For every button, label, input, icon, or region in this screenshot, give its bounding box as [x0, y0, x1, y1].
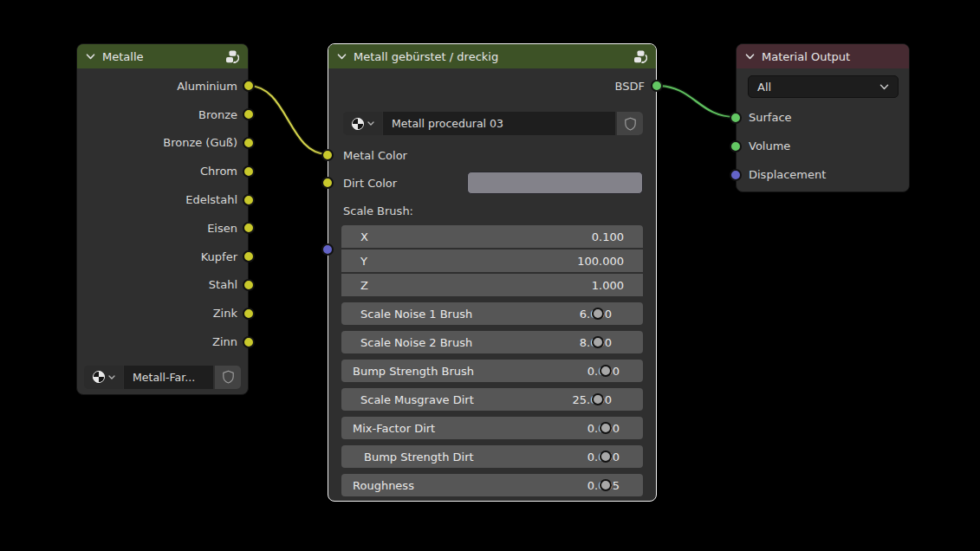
axis-label: Y	[360, 255, 367, 268]
input-label: Displacement	[749, 168, 826, 181]
socket-input-scale-noise-1-brush[interactable]	[592, 308, 604, 320]
socket-output-edelstahl[interactable]	[243, 194, 255, 206]
slider-label: Scale Noise 2 Brush	[360, 336, 472, 349]
socket-input-scale-noise-2-brush[interactable]	[592, 336, 604, 348]
axis-label: Z	[360, 279, 368, 292]
collapse-chevron-icon[interactable]	[86, 54, 95, 60]
material-selector: Metall-Far...	[84, 366, 241, 389]
scale-brush-vector-field: X 0.100 Y 100.000 Z 1.000	[341, 225, 643, 296]
output-row-bsdf: BSDF	[328, 74, 656, 98]
output-row-chrom: Chrom	[77, 157, 248, 185]
collapse-chevron-icon[interactable]	[337, 54, 347, 60]
socket-input-scale-musgrave-dirt[interactable]	[592, 393, 604, 405]
fake-user-toggle[interactable]	[215, 366, 241, 389]
vector-field-y[interactable]: Y 100.000	[341, 250, 643, 272]
output-row-kupfer: Kupfer	[77, 243, 248, 271]
socket-input-bump-strength-dirt[interactable]	[600, 451, 612, 463]
material-sphere-icon	[351, 117, 365, 131]
socket-output-eisen[interactable]	[243, 222, 255, 234]
slider-label: Scale Musgrave Dirt	[360, 393, 474, 406]
output-label: Aluminium	[177, 80, 237, 93]
slider-scale-noise-1-brush[interactable]: Scale Noise 1 Brush 6.000	[341, 302, 643, 325]
slider-label: Bump Strength Dirt	[364, 451, 474, 463]
socket-output-kupfer[interactable]	[243, 250, 255, 263]
input-label: Metal Color	[343, 149, 407, 162]
input-row-surface: Surface	[737, 103, 909, 132]
material-name-field[interactable]: Metall procedural 03	[383, 112, 615, 135]
output-label: Bronze	[198, 108, 237, 121]
output-row-edelstahl: Edelstahl	[77, 185, 248, 214]
output-row-bronze-guss: Bronze (Guß)	[77, 129, 248, 158]
socket-input-roughness[interactable]	[600, 479, 612, 491]
scale-brush-heading: Scale Brush:	[328, 202, 656, 219]
material-browse-button[interactable]	[343, 112, 382, 135]
socket-input-scale-brush[interactable]	[321, 243, 334, 256]
fake-user-toggle[interactable]	[617, 112, 643, 135]
socket-output-chrom[interactable]	[243, 165, 255, 178]
axis-value: 100.000	[577, 255, 624, 268]
slider-bump-strength-dirt[interactable]: Bump Strength Dirt 0.050	[341, 445, 643, 468]
node-material-output[interactable]: Material Output All Surface Volume Displ…	[736, 43, 910, 192]
socket-output-stahl[interactable]	[243, 279, 255, 291]
chevron-down-icon	[367, 121, 374, 126]
node-editor-canvas[interactable]: Metalle Aluminium Bronze Bronze (Guß)	[0, 0, 980, 551]
socket-output-bsdf[interactable]	[651, 80, 663, 92]
slider-scale-noise-2-brush[interactable]: Scale Noise 2 Brush 8.000	[341, 331, 643, 353]
socket-output-zink[interactable]	[243, 308, 255, 320]
collapse-chevron-icon[interactable]	[745, 54, 755, 60]
node-metalle-header[interactable]: Metalle	[77, 44, 248, 68]
input-label: Surface	[749, 111, 792, 124]
socket-input-bump-strength-brush[interactable]	[600, 365, 612, 377]
dirt-color-swatch[interactable]	[467, 172, 643, 194]
shield-icon	[624, 117, 637, 131]
chevron-down-icon	[108, 375, 115, 379]
output-row-stahl: Stahl	[77, 271, 248, 300]
slider-label: Bump Strength Brush	[353, 365, 474, 378]
output-label: Eisen	[207, 222, 237, 235]
node-title: Metall gebürstet / dreckig	[354, 50, 498, 63]
node-title: Material Output	[762, 50, 850, 63]
input-row-displacement: Displacement	[737, 160, 909, 189]
input-row-volume: Volume	[737, 132, 909, 160]
material-browse-button[interactable]	[84, 366, 123, 389]
slider-label: Scale Noise 1 Brush	[360, 308, 472, 321]
output-row-bronze: Bronze	[77, 100, 248, 129]
render-target-dropdown[interactable]: All	[748, 75, 899, 98]
socket-output-bronze[interactable]	[243, 108, 255, 120]
node-group-icon	[632, 49, 647, 64]
socket-output-aluminium[interactable]	[243, 80, 255, 92]
wire-bsdf-to-surface	[657, 86, 736, 117]
material-selector: Metall procedural 03	[343, 112, 643, 135]
socket-input-displacement[interactable]	[730, 169, 742, 181]
output-label: Chrom	[200, 165, 237, 178]
input-label: Volume	[749, 139, 790, 152]
slider-label: Mix-Factor Dirt	[353, 422, 435, 435]
node-brushed-header[interactable]: Metall gebürstet / dreckig	[328, 44, 656, 68]
slider-roughness[interactable]: Roughness 0.005	[341, 474, 643, 496]
socket-input-dirt-color[interactable]	[321, 177, 334, 189]
node-title: Metalle	[102, 50, 144, 63]
socket-input-volume[interactable]	[730, 140, 742, 152]
material-name-field[interactable]: Metall-Far...	[124, 366, 213, 389]
socket-input-surface[interactable]	[730, 112, 742, 124]
axis-label: X	[360, 230, 368, 243]
node-output-header[interactable]: Material Output	[737, 44, 909, 68]
output-label: Zinn	[212, 335, 237, 348]
node-metalle[interactable]: Metalle Aluminium Bronze Bronze (Guß)	[76, 43, 249, 395]
slider-label: Roughness	[353, 479, 414, 492]
output-label: Zink	[213, 307, 237, 320]
socket-input-mix-factor-dirt[interactable]	[600, 422, 612, 434]
socket-input-metal-color[interactable]	[321, 149, 334, 161]
vector-field-x[interactable]: X 0.100	[341, 225, 643, 248]
slider-scale-musgrave-dirt[interactable]: Scale Musgrave Dirt 25.000	[341, 388, 643, 411]
vector-field-z[interactable]: Z 1.000	[341, 274, 643, 296]
slider-bump-strength-brush[interactable]: Bump Strength Brush 0.000	[341, 360, 643, 382]
input-label: Dirt Color	[343, 177, 397, 190]
node-group-icon	[224, 49, 239, 64]
material-sphere-icon	[92, 370, 106, 384]
node-metall-gebuerstet-dreckig[interactable]: Metall gebürstet / dreckig BSDF Met	[328, 43, 657, 502]
axis-value: 1.000	[592, 279, 624, 292]
socket-output-bronze-guss[interactable]	[243, 137, 255, 149]
socket-output-zinn[interactable]	[243, 336, 255, 348]
slider-mix-factor-dirt[interactable]: Mix-Factor Dirt 0.000	[341, 417, 643, 439]
